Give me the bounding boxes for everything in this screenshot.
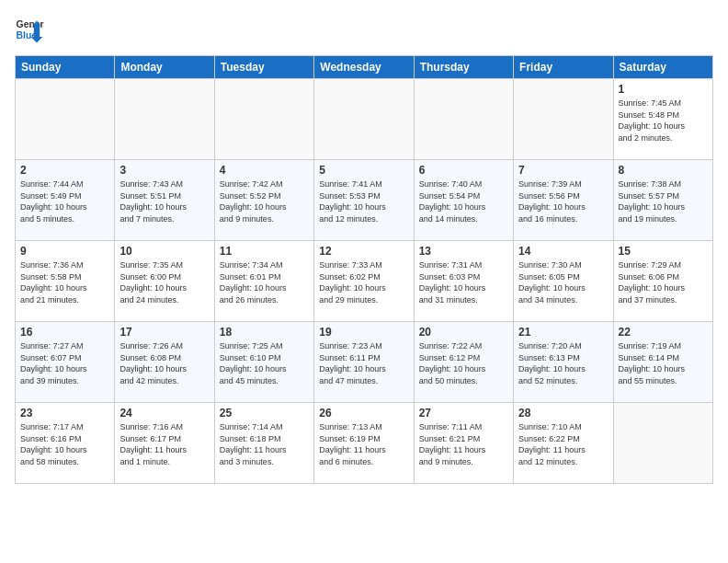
day-number: 20 [419,326,508,339]
weekday-header-sunday: Sunday [16,56,115,79]
day-info: Sunrise: 7:30 AM Sunset: 6:05 PM Dayligh… [518,259,608,305]
calendar-cell: 7Sunrise: 7:39 AM Sunset: 5:56 PM Daylig… [514,160,613,241]
day-info: Sunrise: 7:41 AM Sunset: 5:53 PM Dayligh… [319,178,408,224]
day-number: 4 [220,164,309,177]
day-number: 23 [20,407,109,419]
day-info: Sunrise: 7:16 AM Sunset: 6:17 PM Dayligh… [119,421,209,467]
day-number: 12 [319,245,408,258]
calendar: SundayMondayTuesdayWednesdayThursdayFrid… [15,55,713,484]
calendar-cell: 5Sunrise: 7:41 AM Sunset: 5:53 PM Daylig… [314,160,414,241]
logo: General Blue [15,15,48,44]
weekday-header-saturday: Saturday [613,56,712,79]
calendar-cell: 25Sunrise: 7:14 AM Sunset: 6:18 PM Dayli… [214,403,313,484]
calendar-cell: 8Sunrise: 7:38 AM Sunset: 5:57 PM Daylig… [613,160,712,241]
day-info: Sunrise: 7:43 AM Sunset: 5:51 PM Dayligh… [119,178,209,224]
day-number: 17 [119,326,209,339]
calendar-cell: 24Sunrise: 7:16 AM Sunset: 6:17 PM Dayli… [115,403,214,484]
weekday-header-tuesday: Tuesday [214,56,313,79]
calendar-cell: 15Sunrise: 7:29 AM Sunset: 6:06 PM Dayli… [613,241,712,322]
day-info: Sunrise: 7:29 AM Sunset: 6:06 PM Dayligh… [619,259,708,305]
day-number: 27 [419,407,508,419]
calendar-cell [16,79,115,160]
week-row-1: 1Sunrise: 7:45 AM Sunset: 5:48 PM Daylig… [16,79,713,160]
day-info: Sunrise: 7:42 AM Sunset: 5:52 PM Dayligh… [220,178,309,224]
day-number: 26 [319,407,408,419]
calendar-cell: 1Sunrise: 7:45 AM Sunset: 5:48 PM Daylig… [613,79,712,160]
calendar-cell [514,79,613,160]
logo-icon: General Blue [15,15,44,44]
day-number: 15 [619,245,708,258]
day-info: Sunrise: 7:26 AM Sunset: 6:08 PM Dayligh… [119,340,209,386]
day-info: Sunrise: 7:23 AM Sunset: 6:11 PM Dayligh… [319,340,408,386]
calendar-cell: 16Sunrise: 7:27 AM Sunset: 6:07 PM Dayli… [16,322,115,403]
day-info: Sunrise: 7:31 AM Sunset: 6:03 PM Dayligh… [419,259,508,305]
weekday-header-row: SundayMondayTuesdayWednesdayThursdayFrid… [16,56,713,79]
day-info: Sunrise: 7:34 AM Sunset: 6:01 PM Dayligh… [220,259,309,305]
day-info: Sunrise: 7:14 AM Sunset: 6:18 PM Dayligh… [220,421,309,467]
calendar-cell [115,79,214,160]
day-info: Sunrise: 7:38 AM Sunset: 5:57 PM Dayligh… [619,178,708,224]
calendar-cell: 26Sunrise: 7:13 AM Sunset: 6:19 PM Dayli… [314,403,414,484]
week-row-3: 9Sunrise: 7:36 AM Sunset: 5:58 PM Daylig… [16,241,713,322]
day-number: 19 [319,326,408,339]
calendar-cell: 2Sunrise: 7:44 AM Sunset: 5:49 PM Daylig… [16,160,115,241]
day-info: Sunrise: 7:39 AM Sunset: 5:56 PM Dayligh… [518,178,608,224]
day-number: 11 [220,245,309,258]
calendar-cell: 9Sunrise: 7:36 AM Sunset: 5:58 PM Daylig… [16,241,115,322]
day-number: 9 [20,245,109,258]
day-info: Sunrise: 7:45 AM Sunset: 5:48 PM Dayligh… [619,98,708,144]
day-info: Sunrise: 7:20 AM Sunset: 6:13 PM Dayligh… [518,340,608,386]
weekday-header-wednesday: Wednesday [314,56,414,79]
day-info: Sunrise: 7:22 AM Sunset: 6:12 PM Dayligh… [419,340,508,386]
calendar-cell: 27Sunrise: 7:11 AM Sunset: 6:21 PM Dayli… [414,403,513,484]
calendar-cell: 22Sunrise: 7:19 AM Sunset: 6:14 PM Dayli… [613,322,712,403]
day-info: Sunrise: 7:13 AM Sunset: 6:19 PM Dayligh… [319,421,408,467]
day-number: 2 [20,164,109,177]
day-info: Sunrise: 7:35 AM Sunset: 6:00 PM Dayligh… [119,259,209,305]
calendar-cell: 20Sunrise: 7:22 AM Sunset: 6:12 PM Dayli… [414,322,513,403]
day-number: 13 [419,245,508,258]
day-info: Sunrise: 7:11 AM Sunset: 6:21 PM Dayligh… [419,421,508,467]
calendar-cell: 28Sunrise: 7:10 AM Sunset: 6:22 PM Dayli… [514,403,613,484]
calendar-cell [613,403,712,484]
weekday-header-monday: Monday [115,56,214,79]
week-row-4: 16Sunrise: 7:27 AM Sunset: 6:07 PM Dayli… [16,322,713,403]
day-number: 25 [220,407,309,419]
day-number: 3 [119,164,209,177]
weekday-header-thursday: Thursday [414,56,513,79]
calendar-cell: 13Sunrise: 7:31 AM Sunset: 6:03 PM Dayli… [414,241,513,322]
day-number: 7 [518,164,608,177]
day-number: 21 [518,326,608,339]
day-info: Sunrise: 7:10 AM Sunset: 6:22 PM Dayligh… [518,421,608,467]
calendar-cell: 18Sunrise: 7:25 AM Sunset: 6:10 PM Dayli… [214,322,313,403]
day-number: 24 [119,407,209,419]
calendar-cell: 19Sunrise: 7:23 AM Sunset: 6:11 PM Dayli… [314,322,414,403]
weekday-header-friday: Friday [514,56,613,79]
day-number: 6 [419,164,508,177]
calendar-cell: 6Sunrise: 7:40 AM Sunset: 5:54 PM Daylig… [414,160,513,241]
day-number: 1 [619,83,708,96]
calendar-cell [314,79,414,160]
day-info: Sunrise: 7:25 AM Sunset: 6:10 PM Dayligh… [220,340,309,386]
calendar-cell: 17Sunrise: 7:26 AM Sunset: 6:08 PM Dayli… [115,322,214,403]
calendar-cell: 4Sunrise: 7:42 AM Sunset: 5:52 PM Daylig… [214,160,313,241]
day-number: 28 [518,407,608,419]
calendar-cell: 12Sunrise: 7:33 AM Sunset: 6:02 PM Dayli… [314,241,414,322]
day-info: Sunrise: 7:17 AM Sunset: 6:16 PM Dayligh… [20,421,109,467]
day-number: 10 [119,245,209,258]
calendar-cell [414,79,513,160]
day-info: Sunrise: 7:27 AM Sunset: 6:07 PM Dayligh… [20,340,109,386]
day-number: 22 [619,326,708,339]
day-info: Sunrise: 7:40 AM Sunset: 5:54 PM Dayligh… [419,178,508,224]
day-number: 8 [619,164,708,177]
calendar-cell: 21Sunrise: 7:20 AM Sunset: 6:13 PM Dayli… [514,322,613,403]
day-number: 18 [220,326,309,339]
day-number: 16 [20,326,109,339]
week-row-5: 23Sunrise: 7:17 AM Sunset: 6:16 PM Dayli… [16,403,713,484]
day-info: Sunrise: 7:36 AM Sunset: 5:58 PM Dayligh… [20,259,109,305]
day-info: Sunrise: 7:44 AM Sunset: 5:49 PM Dayligh… [20,178,109,224]
calendar-cell: 23Sunrise: 7:17 AM Sunset: 6:16 PM Dayli… [16,403,115,484]
day-info: Sunrise: 7:33 AM Sunset: 6:02 PM Dayligh… [319,259,408,305]
calendar-cell: 11Sunrise: 7:34 AM Sunset: 6:01 PM Dayli… [214,241,313,322]
week-row-2: 2Sunrise: 7:44 AM Sunset: 5:49 PM Daylig… [16,160,713,241]
